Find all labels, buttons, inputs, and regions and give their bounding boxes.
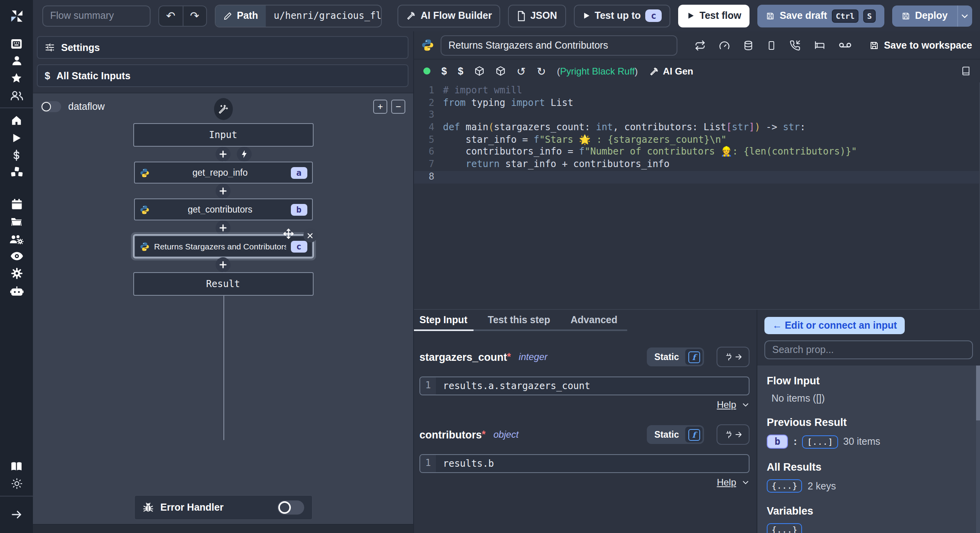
scrollbar[interactable]: [976, 366, 980, 533]
zoom-out-button[interactable]: −: [391, 100, 405, 114]
connect-input-button[interactable]: [717, 424, 750, 445]
node-result[interactable]: Result: [133, 272, 313, 296]
search-prop-input[interactable]: [764, 340, 973, 359]
blocks-icon[interactable]: [6, 166, 27, 178]
windmill-logo-icon[interactable]: [0, 0, 33, 31]
object-badge[interactable]: {...}: [767, 479, 802, 493]
test-up-to-button[interactable]: Test up to c: [573, 4, 670, 27]
array-badge[interactable]: [...]: [802, 435, 838, 448]
users-icon[interactable]: [6, 89, 27, 101]
settings-button[interactable]: Settings: [37, 36, 408, 59]
json-button[interactable]: JSON: [508, 4, 566, 27]
lint-status[interactable]: (Pyright Black Ruff): [557, 65, 638, 76]
static-toggle[interactable]: Static f: [646, 347, 704, 366]
add-step-button[interactable]: [216, 220, 230, 235]
save-draft-button[interactable]: Save draft Ctrl S: [758, 4, 884, 27]
code-line[interactable]: 6 contributors_info = f"Number of contri…: [414, 146, 979, 158]
calendar-icon[interactable]: [6, 198, 27, 210]
users-gear-icon[interactable]: [6, 233, 27, 245]
help-link[interactable]: Help: [717, 477, 736, 488]
bed-icon[interactable]: [814, 40, 826, 50]
scrollbar-thumb[interactable]: [976, 366, 980, 420]
result-key-badge[interactable]: b: [767, 435, 788, 449]
error-handler-row[interactable]: Error Handler: [134, 495, 312, 520]
code-line[interactable]: 8: [414, 171, 979, 183]
ai-flow-builder-button[interactable]: AI Flow Builder: [398, 4, 501, 27]
home-icon[interactable]: [6, 115, 27, 126]
voicemail-icon[interactable]: [839, 41, 851, 49]
static-toggle[interactable]: Static f: [646, 425, 704, 444]
save-to-workspace-button[interactable]: Save to workspace: [870, 40, 972, 51]
folder-icon[interactable]: [6, 216, 27, 227]
tab-test-this-step[interactable]: Test this step: [488, 315, 550, 329]
gear-icon[interactable]: [6, 267, 27, 279]
deploy-more-button[interactable]: [957, 5, 972, 26]
ai-gen-button[interactable]: AI Gen: [649, 65, 693, 76]
repeat-icon[interactable]: [695, 40, 706, 51]
error-handler-toggle[interactable]: [277, 500, 304, 514]
all-static-inputs-button[interactable]: $ All Static Inputs: [37, 64, 408, 87]
edit-or-connect-button[interactable]: ← Edit or connect an input: [764, 317, 905, 334]
sun-icon[interactable]: [6, 477, 27, 489]
add-step-button[interactable]: [216, 257, 230, 272]
database-icon[interactable]: [743, 40, 753, 51]
apps-icon[interactable]: [6, 38, 27, 49]
user-icon[interactable]: [6, 55, 27, 67]
code-line[interactable]: 5 star_info = f"Stars 🌟 : {stargazers_co…: [414, 134, 979, 146]
code-line[interactable]: 7 return star_info + contributors_info: [414, 158, 979, 171]
expression-input[interactable]: 1 results.a.stargazers_count: [419, 377, 750, 395]
add-step-button[interactable]: [216, 184, 230, 198]
eye-icon[interactable]: [6, 250, 27, 262]
undo-button[interactable]: ↶: [159, 6, 183, 25]
gauge-icon[interactable]: [719, 40, 730, 51]
trigger-bolt-button[interactable]: [236, 147, 251, 162]
step-title-input[interactable]: [441, 35, 677, 55]
node-get-repo-info[interactable]: get_repo_info a: [134, 162, 312, 184]
chevron-down-icon[interactable]: [742, 478, 750, 486]
move-icon[interactable]: [283, 228, 294, 242]
book-icon[interactable]: [961, 66, 971, 76]
flow-summary-input[interactable]: [42, 5, 151, 26]
book-icon[interactable]: [6, 460, 27, 472]
dollar-icon[interactable]: [6, 149, 27, 161]
dataflow-toggle[interactable]: [41, 101, 61, 112]
expression-input[interactable]: 1 results.b: [419, 454, 750, 473]
tab-step-input[interactable]: Step Input: [419, 315, 467, 329]
code-line[interactable]: 4def main(stargazers_count: int, contrib…: [414, 122, 979, 134]
function-mode-icon[interactable]: f: [685, 427, 702, 442]
test-flow-button[interactable]: Test flow: [678, 4, 750, 27]
dollar-icon[interactable]: $: [441, 65, 447, 76]
function-mode-icon[interactable]: f: [685, 349, 702, 365]
robot-icon[interactable]: [6, 285, 27, 297]
ai-wand-button[interactable]: [214, 98, 232, 120]
package-icon[interactable]: [495, 66, 506, 76]
package-icon[interactable]: [474, 66, 485, 76]
object-badge[interactable]: {...}: [767, 523, 802, 533]
chevron-down-icon[interactable]: [742, 401, 750, 409]
undo-icon[interactable]: ↺: [517, 65, 526, 77]
code-editor[interactable]: 1# import wmill2from typing import List3…: [414, 82, 980, 309]
redo-button[interactable]: ↷: [183, 6, 206, 25]
node-get-contributors[interactable]: get_contributors b: [134, 198, 312, 220]
path-chip[interactable]: Path u/henri/gracious_flow: [215, 4, 382, 27]
help-link[interactable]: Help: [717, 399, 736, 410]
arrow-right-icon[interactable]: [6, 502, 27, 527]
smartphone-icon[interactable]: [767, 40, 776, 51]
deploy-button[interactable]: Deploy: [892, 5, 957, 26]
close-icon[interactable]: [303, 228, 317, 242]
connect-input-button[interactable]: [717, 347, 750, 367]
phone-incoming-icon[interactable]: [789, 40, 800, 51]
node-input[interactable]: Input: [133, 123, 313, 147]
star-icon[interactable]: [6, 72, 27, 84]
node-returns-stargazers[interactable]: Returns Stargazers and Contributors c: [134, 235, 312, 257]
play-icon[interactable]: [6, 132, 27, 144]
add-step-button[interactable]: [216, 147, 230, 162]
zoom-in-button[interactable]: +: [373, 100, 387, 114]
tab-advanced[interactable]: Advanced: [571, 315, 618, 329]
code-line[interactable]: 1# import wmill: [414, 85, 979, 97]
code-line[interactable]: 2from typing import List: [414, 97, 979, 109]
refresh-icon[interactable]: ↻: [537, 65, 546, 77]
dollar-icon[interactable]: $: [458, 65, 463, 76]
field-type: integer: [519, 351, 547, 362]
code-line[interactable]: 3: [414, 109, 979, 122]
